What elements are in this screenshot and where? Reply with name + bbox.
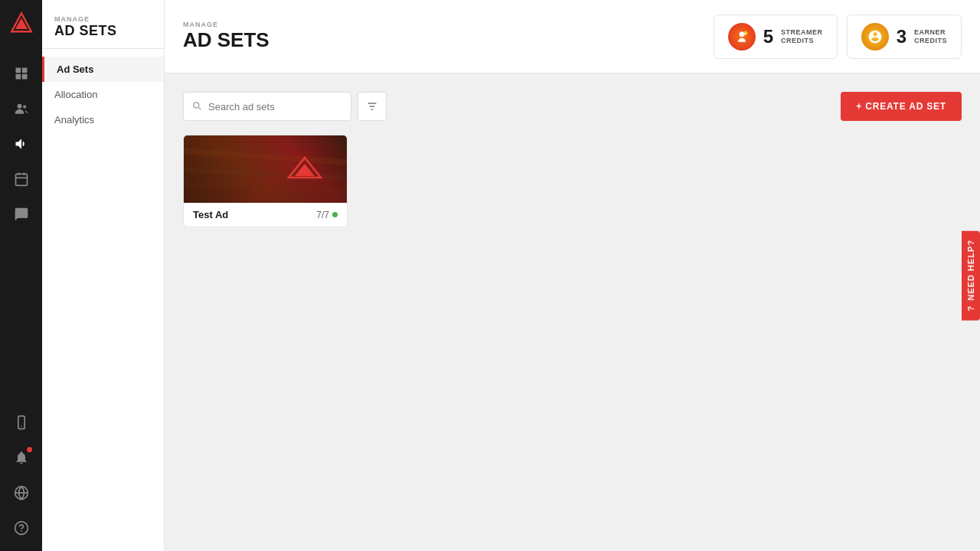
top-manage-label: MANAGE (183, 21, 270, 28)
sidebar-item-ad-sets[interactable]: Ad Sets (42, 57, 164, 82)
page-title: AD SETS (183, 28, 270, 52)
globe-icon[interactable] (6, 478, 37, 508)
toolbar: + CREATE AD SET (183, 92, 962, 121)
ad-card-name: Test Ad (193, 209, 228, 220)
sidebar-nav: Ad Sets Allocation Analytics (42, 49, 164, 140)
ad-card-footer: Test Ad 7/7 (184, 203, 347, 227)
dashboard-icon[interactable] (6, 58, 37, 89)
need-help-button[interactable]: ? Need Help? (962, 230, 980, 320)
sidebar-section-title: AD SETS (54, 23, 152, 39)
svg-point-17 (21, 530, 22, 532)
mobile-icon[interactable] (6, 407, 37, 438)
app-logo (9, 11, 34, 38)
status-dot-icon (332, 212, 338, 217)
svg-rect-4 (15, 74, 21, 80)
search-input[interactable] (208, 101, 343, 112)
content-area: + CREATE AD SET (165, 73, 980, 551)
ad-card-status: 7/7 (316, 210, 338, 220)
main-content: MANAGE AD SETS $ 5 STREAMER CREDITS (165, 0, 980, 551)
sidebar-item-allocation[interactable]: Allocation (42, 82, 164, 107)
notifications-icon[interactable] (6, 442, 37, 473)
need-help-icon: ? (966, 305, 975, 311)
svg-point-7 (23, 105, 26, 108)
search-box (183, 92, 351, 121)
create-ad-set-button[interactable]: + CREATE AD SET (841, 92, 962, 121)
search-icon (191, 100, 202, 113)
svg-line-26 (184, 185, 347, 191)
secondary-sidebar: MANAGE AD SETS Ad Sets Allocation Analyt… (42, 0, 165, 551)
earner-credits-count: 3 (897, 26, 906, 47)
chat-icon[interactable] (6, 199, 37, 230)
svg-point-6 (17, 104, 21, 109)
earner-credits-label2: CREDITS (914, 37, 947, 45)
need-help-label: Need Help? (966, 240, 975, 301)
earner-credits-label1: EARNER (914, 28, 947, 37)
ad-cards-grid: Test Ad 7/7 (183, 135, 962, 227)
ad-card-image (184, 135, 347, 203)
top-bar: MANAGE AD SETS $ 5 STREAMER CREDITS (165, 0, 980, 73)
sidebar-item-analytics[interactable]: Analytics (42, 107, 164, 132)
ad-status-text: 7/7 (316, 210, 329, 220)
ad-card-logo (286, 156, 324, 182)
filter-button[interactable] (358, 92, 387, 121)
megaphone-icon[interactable] (6, 129, 37, 159)
svg-rect-8 (15, 174, 27, 185)
svg-rect-3 (21, 68, 27, 73)
streamer-credits-card: $ 5 STREAMER CREDITS (714, 15, 838, 59)
toolbar-left (183, 92, 387, 121)
sidebar-header: MANAGE AD SETS (42, 0, 164, 49)
users-icon[interactable] (6, 93, 37, 124)
svg-rect-5 (21, 74, 27, 80)
manage-label: MANAGE (54, 15, 152, 23)
svg-point-13 (21, 425, 22, 427)
earner-credits-card: 3 EARNER CREDITS (847, 15, 962, 59)
icon-sidebar (0, 0, 42, 551)
page-header: MANAGE AD SETS (183, 21, 270, 52)
streamer-credits-icon: $ (728, 23, 756, 51)
streamer-credits-label1: STREAMER (781, 28, 823, 37)
streamer-credits-label2: CREDITS (781, 37, 823, 45)
earner-credits-icon (861, 23, 889, 51)
streamer-credits-count: 5 (763, 26, 773, 47)
svg-rect-2 (15, 68, 21, 73)
ad-card[interactable]: Test Ad 7/7 (183, 135, 348, 227)
help-circle-icon[interactable] (6, 513, 37, 543)
calendar-icon[interactable] (6, 164, 37, 194)
credits-area: $ 5 STREAMER CREDITS 3 EARNER CREDITS (714, 15, 962, 59)
